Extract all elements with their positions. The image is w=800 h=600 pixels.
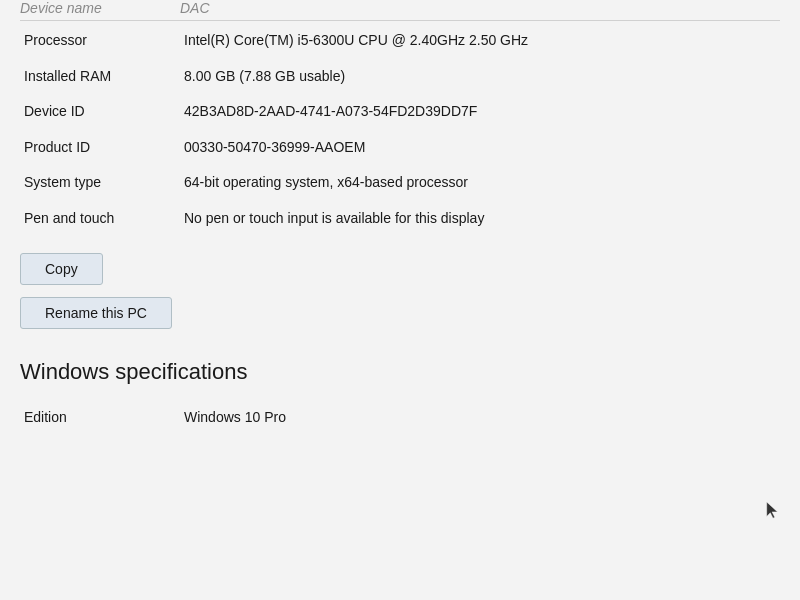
processor-label: Processor — [20, 23, 180, 59]
product-id-value: 00330-50470-36999-AAOEM — [180, 130, 780, 166]
spec-table: Processor Intel(R) Core(TM) i5-6300U CPU… — [20, 23, 780, 237]
system-type-value: 64-bit operating system, x64-based proce… — [180, 165, 780, 201]
system-type-row: System type 64-bit operating system, x64… — [20, 165, 780, 201]
product-id-label: Product ID — [20, 130, 180, 166]
pen-touch-row: Pen and touch No pen or touch input is a… — [20, 201, 780, 237]
edition-row: Edition Windows 10 Pro — [20, 401, 780, 433]
device-id-value: 42B3AD8D-2AAD-4741-A073-54FD2D39DD7F — [180, 94, 780, 130]
pen-touch-value: No pen or touch input is available for t… — [180, 201, 780, 237]
rename-pc-button[interactable]: Rename this PC — [20, 297, 172, 329]
edition-value: Windows 10 Pro — [180, 401, 780, 433]
processor-value: Intel(R) Core(TM) i5-6300U CPU @ 2.40GHz… — [180, 23, 780, 59]
installed-ram-row: Installed RAM 8.00 GB (7.88 GB usable) — [20, 59, 780, 95]
installed-ram-label: Installed RAM — [20, 59, 180, 95]
rename-button-row: Rename this PC — [20, 297, 780, 329]
copy-button[interactable]: Copy — [20, 253, 103, 285]
device-name-header-label: Device name — [20, 0, 180, 16]
device-name-header-value: DAC — [180, 0, 210, 16]
installed-ram-value: 8.00 GB (7.88 GB usable) — [180, 59, 780, 95]
device-id-label: Device ID — [20, 94, 180, 130]
processor-row: Processor Intel(R) Core(TM) i5-6300U CPU… — [20, 23, 780, 59]
device-id-row: Device ID 42B3AD8D-2AAD-4741-A073-54FD2D… — [20, 94, 780, 130]
pen-touch-label: Pen and touch — [20, 201, 180, 237]
system-type-label: System type — [20, 165, 180, 201]
edition-label: Edition — [20, 401, 180, 433]
windows-specs-title: Windows specifications — [20, 359, 780, 385]
product-id-row: Product ID 00330-50470-36999-AAOEM — [20, 130, 780, 166]
windows-spec-table: Edition Windows 10 Pro — [20, 401, 780, 433]
copy-button-row: Copy — [20, 253, 780, 285]
